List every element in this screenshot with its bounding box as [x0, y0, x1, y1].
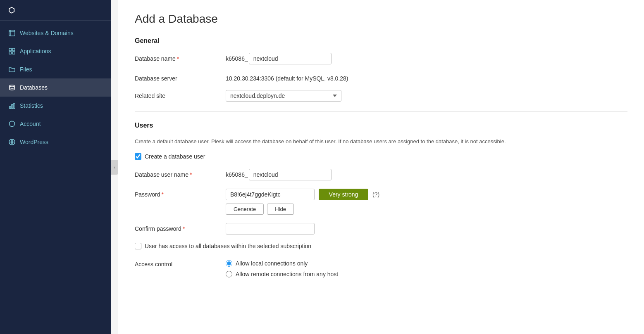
svg-point-7	[10, 85, 14, 87]
confirm-password-row: Confirm password*	[135, 223, 627, 235]
confirm-password-label: Confirm password*	[135, 223, 226, 232]
sidebar-item-label: Applications	[20, 48, 51, 54]
create-db-user-row: Create a database user	[135, 153, 627, 160]
confirm-password-value	[226, 223, 627, 235]
db-user-prefix: k65086_	[226, 171, 248, 178]
page-title: Add a Database	[135, 12, 627, 26]
svg-rect-10	[14, 103, 15, 109]
related-site-row: Related site nextcloud.deployn.de	[135, 90, 627, 102]
confirm-password-input[interactable]	[226, 223, 315, 235]
sidebar-item-databases[interactable]: Databases	[0, 78, 111, 97]
password-strength-badge: Very strong	[319, 189, 368, 200]
sidebar-item-applications[interactable]: Applications	[0, 42, 111, 60]
create-db-user-checkbox[interactable]	[135, 153, 141, 160]
related-site-value: nextcloud.deployn.de	[226, 90, 627, 102]
access-local-row: Allow local connections only	[226, 260, 627, 267]
database-name-value: k65086_	[226, 53, 627, 64]
hide-button[interactable]: Hide	[267, 204, 294, 215]
create-db-user-label[interactable]: Create a database user	[145, 153, 205, 160]
svg-rect-0	[9, 30, 15, 36]
access-local-radio[interactable]	[226, 260, 232, 267]
logo-text: ⬡	[8, 6, 15, 15]
related-site-select[interactable]: nextcloud.deployn.de	[226, 90, 341, 102]
access-radio-group: Allow local connections only Allow remot…	[226, 258, 627, 277]
sidebar: ⬡ Websites & Domains App	[0, 0, 111, 334]
database-name-input[interactable]	[249, 53, 332, 64]
sidebar-item-label: Statistics	[20, 102, 43, 109]
globe-icon	[8, 29, 16, 37]
access-control-options: Allow local connections only Allow remot…	[226, 258, 627, 277]
access-remote-label[interactable]: Allow remote connections from any host	[236, 271, 338, 277]
database-server-value: 10.20.30.234:3306 (default for MySQL, v8…	[226, 73, 627, 82]
sidebar-item-statistics[interactable]: Statistics	[0, 97, 111, 115]
users-description: Create a default database user. Plesk wi…	[135, 137, 589, 146]
database-name-label: Database name*	[135, 53, 226, 62]
svg-rect-4	[12, 48, 15, 51]
sidebar-item-label: Websites & Domains	[20, 30, 74, 36]
password-buttons: Generate Hide	[226, 204, 627, 215]
sidebar-item-label: Databases	[20, 84, 48, 91]
folder-icon	[8, 66, 16, 73]
db-user-name-value: k65086_	[226, 169, 627, 180]
full-access-row: User has access to all databases within …	[135, 243, 627, 249]
access-remote-radio[interactable]	[226, 271, 232, 277]
access-control-label: Access control	[135, 258, 226, 268]
general-section-title: General	[135, 37, 627, 45]
svg-rect-5	[9, 52, 12, 54]
svg-rect-6	[12, 52, 15, 54]
main-content: Add a Database General Database name* k6…	[118, 0, 644, 334]
sidebar-collapse-button[interactable]: ‹	[111, 160, 118, 175]
shield-icon	[8, 120, 16, 128]
svg-rect-8	[10, 106, 11, 109]
sidebar-nav: Websites & Domains Applications Files	[0, 21, 111, 151]
sidebar-item-label: Files	[20, 66, 32, 73]
sidebar-logo: ⬡	[0, 0, 111, 21]
generate-button[interactable]: Generate	[226, 204, 264, 215]
related-site-label: Related site	[135, 90, 226, 99]
grid-icon	[8, 47, 16, 55]
password-label: Password*	[135, 189, 226, 198]
bar-chart-icon	[8, 102, 16, 109]
password-row: Password* Very strong (?) Generate Hide	[135, 189, 627, 215]
database-server-row: Database server 10.20.30.234:3306 (defau…	[135, 73, 627, 82]
db-user-name-row: Database user name* k65086_	[135, 169, 627, 180]
sidebar-item-wordpress[interactable]: WordPress	[0, 133, 111, 151]
wp-icon	[8, 138, 16, 146]
layers-icon	[8, 84, 16, 91]
database-name-prefix: k65086_	[226, 55, 248, 62]
sidebar-item-account[interactable]: Account	[0, 115, 111, 133]
access-local-label[interactable]: Allow local connections only	[236, 260, 308, 267]
full-access-checkbox[interactable]	[135, 243, 141, 249]
password-value: Very strong (?) Generate Hide	[226, 189, 627, 215]
database-name-row: Database name* k65086_	[135, 53, 627, 64]
access-remote-row: Allow remote connections from any host	[226, 271, 627, 277]
users-section: Users Create a default database user. Pl…	[135, 122, 627, 277]
sidebar-item-label: Account	[20, 121, 41, 127]
users-section-title: Users	[135, 122, 627, 129]
general-section: General Database name* k65086_ Database …	[135, 37, 627, 102]
db-user-name-label: Database user name*	[135, 169, 226, 178]
database-server-label: Database server	[135, 73, 226, 82]
svg-rect-3	[9, 48, 12, 51]
svg-rect-9	[12, 104, 13, 109]
full-access-label[interactable]: User has access to all databases within …	[145, 243, 311, 249]
password-input[interactable]	[226, 189, 315, 200]
password-help-link[interactable]: (?)	[372, 191, 379, 198]
access-control-row: Access control Allow local connections o…	[135, 258, 627, 277]
sidebar-item-websites-domains[interactable]: Websites & Domains	[0, 24, 111, 42]
db-user-name-input[interactable]	[249, 169, 332, 180]
sidebar-item-files[interactable]: Files	[0, 60, 111, 78]
sidebar-item-label: WordPress	[20, 139, 48, 145]
